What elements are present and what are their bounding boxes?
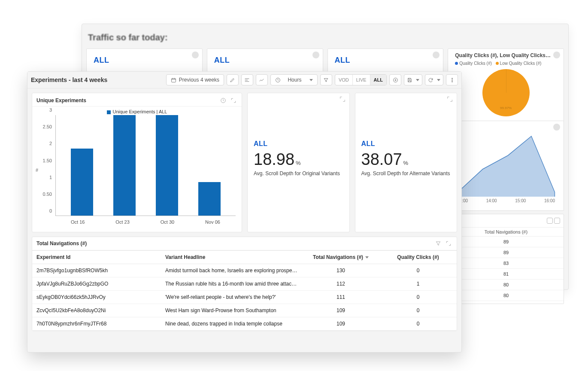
bg-all-label: ALL xyxy=(335,56,436,65)
segment-control[interactable]: VOD LIVE ALL xyxy=(335,74,387,85)
x-tick: Nov 06 xyxy=(205,219,220,225)
x-tick: Oct 23 xyxy=(115,219,129,225)
segment-all[interactable]: ALL xyxy=(370,75,386,85)
scroll-depth-original-card: ALL 18.98% Avg. Scroll Depth for Origina… xyxy=(247,93,350,232)
cell-headline: Amidst turmoil back home, Israelis are e… xyxy=(161,264,302,277)
cell-qc: 0 xyxy=(379,317,457,331)
cell-id: sEykgOB0Ydci66zk5hJJRvOy xyxy=(32,291,161,304)
mini-row: 80 xyxy=(449,290,564,301)
cell-nav: 130 xyxy=(302,264,379,277)
gear-icon xyxy=(553,124,560,131)
navigations-table-card: Total Navigations (#) Experiment Id Vari… xyxy=(32,237,457,331)
align-button[interactable] xyxy=(241,74,253,85)
mini-row: 89 xyxy=(449,237,564,247)
legend-dot-orange xyxy=(496,62,499,65)
filter-button[interactable] xyxy=(320,74,332,85)
segment-live[interactable]: LIVE xyxy=(353,75,370,85)
add-button[interactable] xyxy=(389,74,401,85)
cell-headline: The Russian ruble hits a 16-month low am… xyxy=(161,277,302,291)
x-axis: Oct 16Oct 23Oct 30Nov 06 xyxy=(55,219,236,225)
svg-point-5 xyxy=(452,81,452,82)
expand-icon xyxy=(339,96,346,103)
pie-legend: Quality Clicks (#) Low Quality Clicks (#… xyxy=(455,61,557,66)
x-tick: Oct 16 xyxy=(71,219,85,225)
y-axis-symbol: # xyxy=(36,167,38,173)
scroll-depth-alternate-card: ALL 38.07% Avg. Scroll Depth for Alterna… xyxy=(355,93,458,232)
bar xyxy=(71,149,93,216)
table-title: Total Navigations (#) xyxy=(36,240,87,246)
bg-area-card: 13:00 14:00 15:00 16:00 xyxy=(448,121,564,211)
legend-dot-blue xyxy=(455,62,458,65)
clock-icon xyxy=(220,97,226,103)
align-left-icon xyxy=(244,77,250,83)
metric-subtitle: Avg. Scroll Depth for Alternate Variants xyxy=(361,170,451,176)
save-icon xyxy=(407,77,412,83)
col-total-navigations[interactable]: Total Navigations (#) xyxy=(302,251,379,264)
cell-id: ZcvQcI5U2kbFeA8o8duyO2Ni xyxy=(32,304,161,317)
expand-button[interactable] xyxy=(230,97,237,104)
segment-vod[interactable]: VOD xyxy=(335,75,353,85)
svg-rect-0 xyxy=(171,78,176,82)
pencil-icon xyxy=(230,77,235,83)
date-range-picker[interactable]: Previous 4 weeks xyxy=(166,74,224,85)
edit-button[interactable] xyxy=(227,74,239,85)
refresh-dropdown[interactable] xyxy=(425,74,443,85)
cell-qc: 1 xyxy=(379,277,457,291)
svg-point-4 xyxy=(452,79,452,80)
granularity-label: Hours xyxy=(288,77,301,83)
metric-all-label: ALL xyxy=(361,140,451,148)
col-quality-clicks[interactable]: Quality Clicks (#) xyxy=(379,251,457,264)
chevron-down-icon xyxy=(416,79,419,81)
save-dropdown[interactable] xyxy=(404,74,422,85)
cell-id: 7h0T0N8ypmzhr6nFmyJTFr68 xyxy=(32,317,161,331)
filter-icon xyxy=(323,77,329,83)
navigations-table: Experiment Id Variant Headline Total Nav… xyxy=(32,250,457,331)
table-row[interactable]: 2m7BSjvfgo1ugnbBSfROW5khAmidst turmoil b… xyxy=(32,264,457,277)
bar-chart: 00.5011.5022.503 # Oct 16Oct 23Oct 30Nov… xyxy=(35,115,239,225)
chart-title: Unique Experiments xyxy=(36,97,86,103)
experiments-panel: Experiments - last 4 weeks Previous 4 we… xyxy=(27,71,462,353)
table-row[interactable]: ZcvQcI5U2kbFeA8o8duyO2NiWest Ham sign Wa… xyxy=(32,304,457,317)
expand-button[interactable] xyxy=(446,96,453,104)
history-button[interactable] xyxy=(219,97,227,104)
pie-chart: 99.97% xyxy=(482,69,530,116)
mini-row: 81 xyxy=(449,269,564,280)
expand-icon xyxy=(446,240,452,246)
cell-headline: 'We're self-reliant people - but where's… xyxy=(161,291,302,304)
filter-icon xyxy=(435,240,441,246)
expand-button[interactable] xyxy=(445,240,452,247)
plot-area xyxy=(55,115,236,216)
bar xyxy=(198,182,221,216)
area-chart xyxy=(455,128,557,197)
cell-headline: West Ham sign Ward-Prowse from Southampt… xyxy=(161,304,302,317)
filter-button[interactable] xyxy=(434,240,442,247)
x-tick: 15:00 xyxy=(515,198,526,203)
expand-icon xyxy=(446,96,453,103)
legend-item: Quality Clicks (#) xyxy=(459,61,492,66)
expand-button[interactable] xyxy=(339,96,346,104)
trend-icon xyxy=(259,77,264,83)
legend-item: Low Quality Clicks (#) xyxy=(500,61,542,66)
bar xyxy=(113,115,136,216)
metric-value: 38.07% xyxy=(361,150,451,169)
granularity-select[interactable]: Hours xyxy=(270,74,318,85)
table-row[interactable]: sEykgOB0Ydci66zk5hJJRvOy'We're self-reli… xyxy=(32,291,457,304)
bg-all-label: ALL xyxy=(94,56,195,65)
more-button[interactable] xyxy=(446,74,458,85)
col-experiment-id[interactable]: Experiment Id xyxy=(32,251,161,264)
panel-title: Experiments - last 4 weeks xyxy=(31,76,107,83)
toolbar: Experiments - last 4 weeks Previous 4 we… xyxy=(27,72,461,88)
metric-value: 18.98% xyxy=(254,150,343,169)
trend-button[interactable] xyxy=(256,74,268,85)
cell-id: JpfaVJg8uRuZBJo6Gg2zbpGO xyxy=(32,277,161,291)
mini-row: 80 xyxy=(449,280,564,290)
gear-icon xyxy=(312,52,319,58)
table-row[interactable]: JpfaVJg8uRuZBJo6Gg2zbpGOThe Russian rubl… xyxy=(32,277,457,291)
y-tick: 2.50 xyxy=(35,124,52,129)
table-row[interactable]: 7h0T0N8ypmzhr6nFmyJTFr68Nine dead, dozen… xyxy=(32,317,457,331)
x-tick: 16:00 xyxy=(544,198,555,203)
gear-icon xyxy=(553,52,560,58)
col-variant-headline[interactable]: Variant Headline xyxy=(161,251,302,264)
bars-container xyxy=(56,115,236,216)
cell-id: 2m7BSjvfgo1ugnbBSfROW5kh xyxy=(32,264,161,277)
